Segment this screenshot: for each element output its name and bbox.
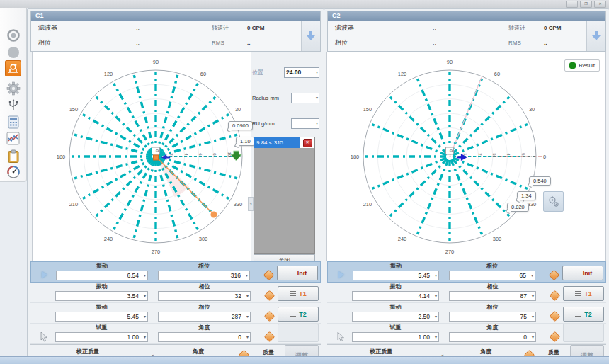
balancing-icon[interactable] (5, 60, 21, 76)
correction-mass-label: 校正质量 (370, 348, 392, 356)
init-row[interactable]: 振动6.54 相位316 Init (30, 261, 321, 283)
empty-slot (278, 324, 319, 342)
balance-settings-panel: ◂ 位置 24.00 Radius mm RU g/mm 9.84 < 315 … (252, 52, 319, 260)
phase-label: 相位 (158, 303, 251, 311)
gear-glyph (6, 81, 21, 96)
t1-row[interactable]: 振动4.14 相位87 T1 (327, 283, 606, 303)
list-item-label: 9.84 < 315 (254, 140, 300, 146)
trend-chart-glyph (6, 132, 20, 145)
correction-mass-label: 校正质量 (76, 348, 99, 356)
phase-label: 相位 (158, 262, 250, 270)
vibration-field[interactable]: 5.45 (55, 312, 148, 322)
init-button[interactable]: Init (562, 266, 603, 280)
stop-glyph (6, 45, 21, 59)
marker-diamond-icon[interactable] (263, 270, 274, 281)
menu-icon (575, 312, 581, 317)
signal-values-c1: 滤波器 .. 转速计 0 CPM 相位 .. RMS .. (31, 21, 302, 51)
phase-field[interactable]: 32 (158, 291, 251, 301)
rms-value: .. (544, 35, 547, 50)
t2-row[interactable]: 振动5.45 相位287 T2 (30, 303, 321, 324)
position-label: 位置 (252, 69, 284, 76)
status-bar (0, 356, 609, 364)
vibration-field[interactable]: 6.54 (56, 271, 148, 280)
tacho-label: 转速计 (212, 21, 229, 35)
phase-field[interactable]: 287 (158, 312, 251, 322)
vibration-field[interactable]: 2.50 (352, 312, 439, 322)
minimize-button[interactable]: – (566, 1, 578, 8)
svg-text:30: 30 (529, 106, 535, 113)
svg-text:270: 270 (445, 249, 455, 255)
marker-diamond-icon[interactable] (263, 331, 275, 343)
trial-weight-field[interactable]: 1.00 (55, 332, 148, 342)
t2-row[interactable]: 振动2.50 相位75 T2 (327, 303, 606, 324)
init-button[interactable]: Init (277, 266, 318, 280)
ru-combobox[interactable] (291, 118, 319, 129)
expand-arrow-button[interactable] (301, 21, 320, 51)
filter-label: 滤波器 (335, 21, 354, 35)
delete-item-button[interactable]: ✕ (303, 139, 312, 147)
panel-title-c2: C2 (328, 11, 605, 21)
position-listbox[interactable]: 9.84 < 315 ✕ (254, 137, 315, 254)
phase-label: 相位 (449, 283, 536, 290)
position-combobox[interactable]: 24.00 (284, 67, 319, 78)
gauge-icon[interactable] (5, 164, 21, 180)
calculator-glyph (7, 115, 20, 129)
list-item[interactable]: 9.84 < 315 ✕ (254, 137, 314, 148)
t1-button[interactable]: T1 (278, 286, 319, 301)
phase-field[interactable]: 75 (449, 312, 536, 322)
trend-chart-icon[interactable] (5, 130, 21, 147)
trial-weight-field[interactable]: 1.00 (352, 332, 439, 342)
init-row[interactable]: 振动5.45 相位65 Init (327, 261, 606, 283)
usb-icon[interactable] (5, 96, 21, 113)
settings-gear-icon[interactable] (5, 80, 21, 96)
restore-button[interactable]: ❐ (580, 1, 592, 8)
vibration-label: 振动 (56, 262, 148, 270)
phase-field[interactable]: 65 (449, 271, 535, 280)
vibration-field[interactable]: 5.45 (353, 271, 439, 280)
t2-button[interactable]: T2 (563, 307, 604, 322)
marker-diamond-icon[interactable] (549, 331, 560, 343)
stop-icon[interactable] (5, 44, 21, 60)
report-clipboard-icon[interactable] (5, 148, 21, 164)
trial-weight-row[interactable]: 试重1.00 角度0 (30, 324, 321, 344)
radius-label: Radius mm (252, 95, 291, 101)
marker-diamond-icon[interactable] (548, 270, 559, 281)
callout-label: 0.540 (529, 176, 551, 186)
svg-text:270: 270 (152, 249, 161, 255)
expand-arrow-button[interactable] (586, 21, 605, 51)
menu-icon (575, 291, 581, 296)
radius-combobox[interactable] (291, 93, 319, 103)
t1-row[interactable]: 振动3.54 相位32 T1 (30, 283, 321, 303)
phase-field[interactable]: 87 (449, 291, 536, 301)
filter-value: .. (136, 21, 140, 35)
record-icon[interactable] (5, 27, 21, 43)
calculator-icon[interactable] (5, 114, 21, 130)
vibration-field[interactable]: 4.14 (352, 291, 439, 301)
ru-label: RU g/mm (252, 120, 291, 127)
svg-text:90: 90 (447, 59, 453, 65)
close-button[interactable]: ✕ (594, 1, 606, 8)
polar-chart-c2: 1234503060901201501802102402703003300 Re… (326, 52, 606, 261)
play-icon (42, 271, 47, 278)
result-status-icon (569, 62, 576, 69)
collapse-handle-icon[interactable]: ◂ (248, 197, 254, 211)
svg-text:300: 300 (199, 236, 208, 242)
chart-settings-button[interactable] (543, 191, 564, 212)
vibration-field[interactable]: 3.54 (55, 291, 148, 301)
svg-text:210: 210 (363, 201, 372, 207)
marker-diamond-icon[interactable] (549, 290, 560, 302)
angle-field[interactable]: 0 (449, 332, 536, 342)
result-badge: Result (564, 59, 600, 72)
marker-diamond-icon[interactable] (263, 290, 275, 302)
t2-button[interactable]: T2 (278, 307, 319, 322)
marker-diamond-icon[interactable] (549, 311, 560, 322)
phase-label: 相位 (38, 35, 51, 50)
marker-diamond-icon[interactable] (263, 311, 275, 322)
rms-label: RMS (212, 35, 224, 50)
angle-field[interactable]: 0 (158, 332, 251, 342)
correction-angle-label: 角度 (193, 348, 204, 356)
phase-field[interactable]: 316 (158, 271, 250, 280)
t1-button[interactable]: T1 (563, 286, 604, 301)
trial-weight-row[interactable]: 试重1.00 角度0 (327, 324, 606, 344)
svg-text:240: 240 (104, 236, 113, 242)
